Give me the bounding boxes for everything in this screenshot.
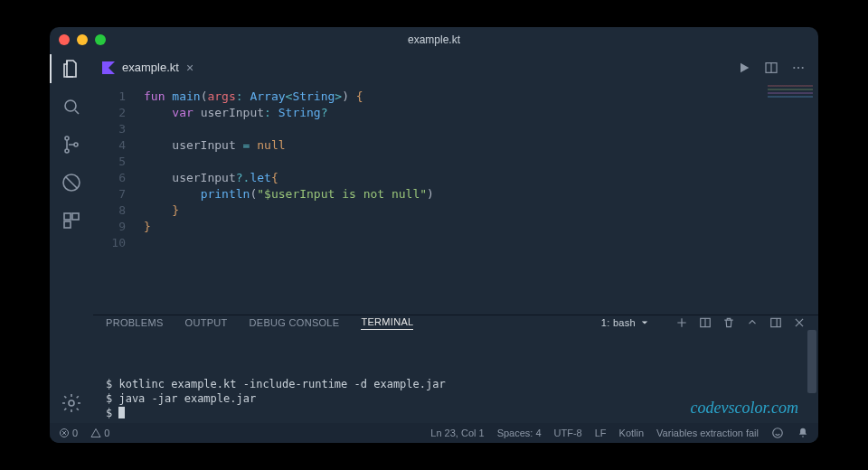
new-terminal-icon[interactable] — [675, 316, 688, 329]
svg-rect-5 — [64, 213, 71, 220]
zoom-window-button[interactable] — [95, 34, 106, 45]
run-icon[interactable] — [737, 61, 751, 75]
svg-rect-15 — [771, 318, 781, 326]
window-controls — [59, 34, 106, 45]
extensions-icon[interactable] — [50, 210, 93, 231]
window-title: example.kt — [50, 33, 818, 46]
minimize-window-button[interactable] — [77, 34, 88, 45]
settings-gear-icon[interactable] — [50, 392, 93, 414]
status-language[interactable]: Kotlin — [619, 428, 645, 438]
svg-point-8 — [69, 400, 74, 406]
terminal-output[interactable]: $ kotlinc example.kt -include-runtime -d… — [93, 330, 818, 424]
toggle-panel-icon[interactable] — [769, 316, 782, 329]
svg-point-1 — [65, 136, 69, 140]
kotlin-file-icon — [102, 61, 115, 74]
svg-rect-7 — [64, 221, 71, 228]
chevron-down-icon — [641, 319, 648, 326]
status-encoding[interactable]: UTF-8 — [554, 428, 582, 438]
svg-point-13 — [802, 67, 804, 69]
close-panel-icon[interactable] — [793, 316, 806, 329]
svg-marker-9 — [102, 61, 115, 74]
status-bar: 0 0 Ln 23, Col 1 Spaces: 4 UTF-8 LF Kotl… — [50, 423, 818, 443]
status-extra[interactable]: Variables extraction fail — [656, 428, 759, 438]
status-errors[interactable]: 0 — [59, 428, 78, 438]
close-window-button[interactable] — [59, 34, 70, 45]
status-indentation[interactable]: Spaces: 4 — [497, 428, 542, 438]
svg-point-2 — [65, 149, 69, 153]
error-icon — [59, 428, 70, 438]
status-eol[interactable]: LF — [595, 428, 607, 438]
tab-label: example.kt — [122, 61, 179, 74]
panel-tab-debug[interactable]: DEBUG CONSOLE — [250, 317, 340, 328]
split-editor-icon[interactable] — [764, 61, 778, 75]
titlebar: example.kt — [50, 27, 818, 52]
terminal-selector[interactable]: 1: bash — [596, 315, 654, 330]
debug-icon[interactable] — [50, 172, 93, 193]
feedback-icon[interactable] — [771, 427, 784, 439]
close-tab-icon[interactable]: × — [186, 61, 193, 75]
status-cursor-position[interactable]: Ln 23, Col 1 — [430, 428, 484, 438]
code-area[interactable]: fun main(args: Array<String>) { var user… — [135, 83, 818, 315]
bottom-panel: PROBLEMS OUTPUT DEBUG CONSOLE TERMINAL 1… — [93, 315, 818, 423]
svg-point-11 — [793, 67, 795, 69]
panel-tab-terminal[interactable]: TERMINAL — [361, 316, 413, 330]
status-warnings[interactable]: 0 — [90, 428, 109, 438]
split-terminal-icon[interactable] — [699, 316, 712, 329]
svg-point-12 — [797, 67, 799, 69]
code-editor[interactable]: 12345678910 fun main(args: Array<String>… — [93, 83, 818, 315]
minimap[interactable] — [768, 85, 813, 110]
panel-tab-problems[interactable]: PROBLEMS — [106, 317, 164, 328]
editor-window: example.kt — [50, 27, 818, 443]
svg-rect-6 — [72, 213, 79, 220]
kill-terminal-icon[interactable] — [722, 316, 735, 329]
warning-icon — [90, 428, 101, 438]
editor-tabs: example.kt × — [93, 52, 818, 83]
search-icon[interactable] — [50, 96, 93, 118]
more-actions-icon[interactable] — [791, 61, 806, 75]
svg-point-3 — [74, 143, 78, 146]
explorer-icon[interactable] — [50, 58, 93, 80]
source-control-icon[interactable] — [50, 134, 93, 155]
svg-point-0 — [65, 100, 76, 111]
tab-example-kt[interactable]: example.kt × — [93, 52, 203, 83]
svg-point-17 — [773, 428, 783, 438]
bell-icon[interactable] — [797, 427, 809, 439]
activity-bar — [50, 52, 93, 423]
maximize-panel-icon[interactable] — [746, 316, 759, 329]
terminal-scrollbar[interactable] — [807, 330, 816, 393]
panel-tab-output[interactable]: OUTPUT — [185, 317, 228, 328]
line-gutter: 12345678910 — [93, 83, 135, 315]
